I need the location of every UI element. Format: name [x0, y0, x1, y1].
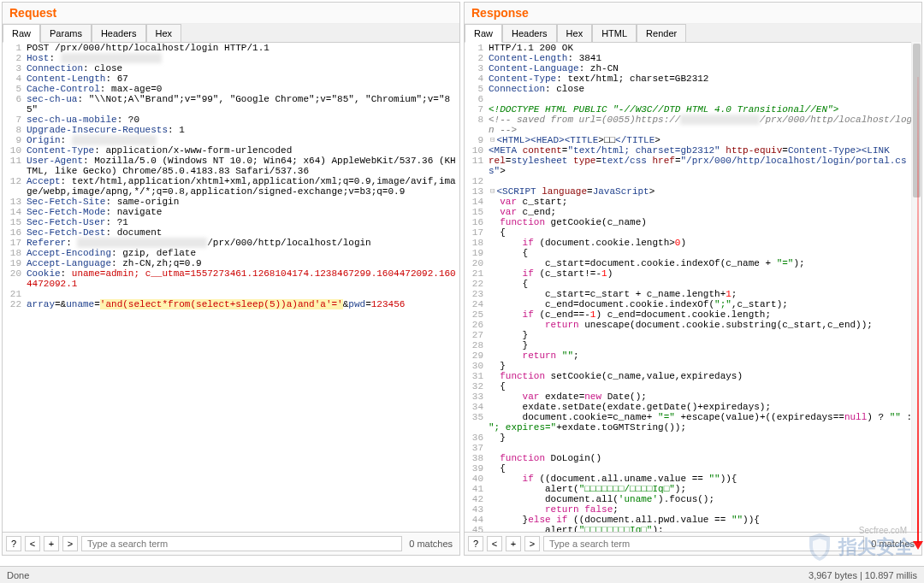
code-line[interactable]: 5Connection: close: [465, 84, 921, 94]
code-line[interactable]: 31 function setCookie(c_name,value,expir…: [465, 371, 921, 381]
code-line[interactable]: 44 }else if ((document.all.pwd.value == …: [465, 515, 921, 525]
code-line[interactable]: 2Content-Length: 3841: [465, 53, 921, 63]
code-line[interactable]: 18Accept-Encoding: gzip, deflate: [3, 248, 459, 258]
code-line[interactable]: 18 if (document.cookie.length>0): [465, 238, 921, 248]
code-line[interactable]: 42 document.all('uname').focus();: [465, 494, 921, 504]
help-icon[interactable]: ?: [468, 536, 483, 551]
next-match-icon[interactable]: >: [524, 536, 540, 551]
code-line[interactable]: 39 {: [465, 463, 921, 474]
code-line[interactable]: 25 if (c_end==-1) c_end=document.cookie.…: [465, 309, 921, 320]
code-line[interactable]: 21 if (c_start!=-1): [465, 268, 921, 279]
code-line[interactable]: 37: [465, 443, 921, 453]
add-icon[interactable]: +: [44, 536, 59, 551]
code-line[interactable]: 9Origin:: [3, 135, 459, 145]
scrollbar[interactable]: [911, 42, 921, 531]
code-line[interactable]: 20Cookie: uname=admin; c__utma=155727346…: [3, 268, 459, 289]
fold-icon[interactable]: ⊟: [489, 135, 496, 145]
code-line[interactable]: 35 document.cookie=c_name+ "=" +escape(v…: [465, 412, 921, 433]
code-line[interactable]: 43 return false;: [465, 504, 921, 515]
code-line[interactable]: 38 function DoLogin(): [465, 453, 921, 463]
code-line[interactable]: 7sec-ch-ua-mobile: ?0: [3, 115, 459, 125]
tab-raw[interactable]: Raw: [465, 24, 502, 43]
code-line[interactable]: 5Cache-Control: max-age=0: [3, 84, 459, 94]
code-line[interactable]: 36 }: [465, 433, 921, 443]
code-line[interactable]: 19 {: [465, 248, 921, 258]
next-match-icon[interactable]: >: [62, 536, 78, 551]
tab-raw[interactable]: Raw: [3, 24, 40, 43]
code-line[interactable]: 3Content-Language: zh-CN: [465, 63, 921, 74]
code-line[interactable]: 28 }: [465, 340, 921, 350]
help-icon[interactable]: ?: [6, 536, 21, 551]
code-line[interactable]: 6sec-ch-ua: "\\Not;A\"Brand";v="99", "Go…: [3, 94, 459, 115]
line-number: 33: [465, 392, 489, 402]
line-number: 19: [3, 258, 27, 268]
code-line[interactable]: 10<META content="text/html; charset=gb23…: [465, 145, 921, 156]
code-line[interactable]: 30 }: [465, 361, 921, 371]
code-line[interactable]: 12: [465, 176, 921, 186]
line-number: 15: [3, 217, 27, 227]
code-line[interactable]: 3Connection: close: [3, 63, 459, 74]
code-line[interactable]: 2Host:: [3, 53, 459, 63]
code-line[interactable]: 7<!DOCTYPE HTML PUBLIC "-//W3C//DTD HTML…: [465, 104, 921, 115]
status-bar: Done 3,967 bytes | 10.897 millis: [0, 566, 924, 583]
tab-params[interactable]: Params: [40, 24, 92, 42]
code-line[interactable]: 40 if ((document.all.uname.value == ""))…: [465, 474, 921, 484]
code-line[interactable]: 8Upgrade-Insecure-Requests: 1: [3, 125, 459, 135]
code-line[interactable]: 22 {: [465, 279, 921, 289]
code-line[interactable]: 6: [465, 94, 921, 104]
response-editor[interactable]: 1HTTP/1.1 200 OK2Content-Length: 38413Co…: [465, 43, 921, 532]
code-line[interactable]: 45 alert("□□□□□□□□Iq□");: [465, 525, 921, 532]
code-line[interactable]: 33 var exdate=new Date();: [465, 392, 921, 402]
prev-match-icon[interactable]: <: [487, 536, 502, 551]
line-number: 20: [3, 268, 27, 289]
code-line[interactable]: 12Accept: text/html,application/xhtml+xm…: [3, 176, 459, 197]
code-line[interactable]: 15 var c_end;: [465, 207, 921, 217]
tab-html[interactable]: HTML: [592, 24, 637, 42]
code-line[interactable]: 23 c_start=c_start + c_name.length+1;: [465, 289, 921, 299]
fold-icon[interactable]: ⊟: [489, 186, 496, 197]
code-line[interactable]: 16Sec-Fetch-Dest: document: [3, 227, 459, 238]
code-line[interactable]: 17Referer: /prx/000/http/localhost/login: [3, 238, 459, 248]
line-number: 16: [3, 227, 27, 238]
code-line[interactable]: 34 exdate.setDate(exdate.getDate()+expir…: [465, 402, 921, 412]
code-line[interactable]: 21: [3, 289, 459, 299]
tab-render[interactable]: Render: [637, 24, 686, 42]
code-line[interactable]: 26 return unescape(document.cookie.subst…: [465, 320, 921, 330]
code-line[interactable]: 1HTTP/1.1 200 OK: [465, 43, 921, 53]
tab-hex[interactable]: Hex: [146, 24, 182, 42]
search-input[interactable]: [81, 536, 402, 551]
prev-match-icon[interactable]: <: [25, 536, 40, 551]
code-line[interactable]: 11rel=stylesheet type=text/css href="/pr…: [465, 156, 921, 176]
code-line[interactable]: 4Content-Length: 67: [3, 74, 459, 84]
code-line[interactable]: 19Accept-Language: zh-CN,zh;q=0.9: [3, 258, 459, 268]
request-editor[interactable]: 1POST /prx/000/http/localhost/login HTTP…: [3, 43, 459, 532]
code-line[interactable]: 29 return "";: [465, 350, 921, 361]
code-line[interactable]: 4Content-Type: text/html; charset=GB2312: [465, 74, 921, 84]
code-line[interactable]: 16 function getCookie(c_name): [465, 217, 921, 227]
code-line[interactable]: 13⊟<SCRIPT language=JavaScript>: [465, 186, 921, 197]
code-line[interactable]: 22array=&uname='and(select*from(select+s…: [3, 299, 459, 309]
tab-headers[interactable]: Headers: [502, 24, 557, 42]
code-line[interactable]: 41 alert("□□□□□□□/□□□□Iq□");: [465, 484, 921, 494]
code-line[interactable]: 1POST /prx/000/http/localhost/login HTTP…: [3, 43, 459, 53]
code-line[interactable]: 9⊟<HTML><HEAD><TITLE>□□</TITLE>: [465, 135, 921, 145]
code-line[interactable]: 24 c_end=document.cookie.indexOf(";",c_s…: [465, 299, 921, 309]
code-line[interactable]: 14 var c_start;: [465, 197, 921, 207]
code-line[interactable]: 27 }: [465, 330, 921, 340]
request-search-bar: ? < + > 0 matches: [3, 532, 459, 555]
code-content: POST /prx/000/http/localhost/login HTTP/…: [27, 43, 459, 53]
code-line[interactable]: 20 c_start=document.cookie.indexOf(c_nam…: [465, 258, 921, 268]
tab-headers[interactable]: Headers: [92, 24, 146, 42]
code-line[interactable]: 11User-Agent: Mozilla/5.0 (Windows NT 10…: [3, 156, 459, 176]
code-line[interactable]: 8<!-- saved from url=(0055)https:// /prx…: [465, 115, 921, 135]
code-line[interactable]: 32 {: [465, 381, 921, 392]
line-number: 22: [3, 299, 27, 309]
code-line[interactable]: 10Content-Type: application/x-www-form-u…: [3, 145, 459, 156]
tab-hex[interactable]: Hex: [557, 24, 593, 42]
code-line[interactable]: 15Sec-Fetch-User: ?1: [3, 217, 459, 227]
line-number: 12: [3, 176, 27, 197]
code-line[interactable]: 14Sec-Fetch-Mode: navigate: [3, 207, 459, 217]
code-line[interactable]: 17 {: [465, 227, 921, 238]
add-icon[interactable]: +: [506, 536, 521, 551]
code-line[interactable]: 13Sec-Fetch-Site: same-origin: [3, 197, 459, 207]
